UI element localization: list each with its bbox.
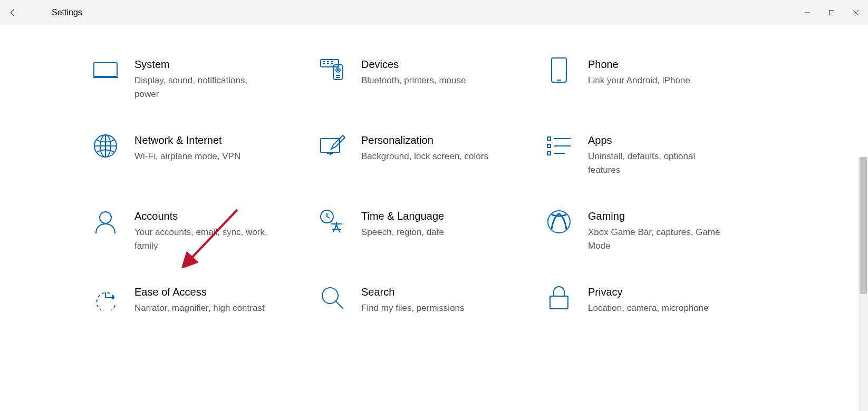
- tile-desc: Bluetooth, printers, mouse: [361, 74, 466, 87]
- tile-title: Apps: [588, 133, 725, 148]
- tile-desc: Link your Android, iPhone: [588, 74, 690, 87]
- tile-phone[interactable]: Phone Link your Android, iPhone: [546, 57, 773, 101]
- svg-rect-1: [94, 63, 117, 76]
- accounts-icon: [92, 209, 119, 235]
- tile-title: Gaming: [588, 209, 725, 223]
- tile-title: Devices: [361, 57, 466, 72]
- tile-accounts[interactable]: Accounts Your accounts, email, sync, wor…: [92, 209, 319, 253]
- minimize-button[interactable]: [795, 0, 819, 25]
- svg-rect-10: [547, 137, 551, 140]
- tile-devices[interactable]: Devices Bluetooth, printers, mouse: [319, 57, 546, 101]
- tile-title: Search: [361, 285, 465, 299]
- tile-title: System: [134, 57, 272, 72]
- tile-desc: Uninstall, defaults, optional features: [588, 150, 725, 177]
- minimize-icon: [804, 9, 811, 16]
- settings-tiles-grid: System Display, sound, notifications, po…: [0, 25, 868, 336]
- tile-desc: Wi-Fi, airplane mode, VPN: [134, 150, 240, 163]
- tile-network[interactable]: Network & Internet Wi-Fi, airplane mode,…: [92, 133, 319, 177]
- search-icon: [319, 285, 345, 311]
- tile-desc: Narrator, magnifier, high contrast: [134, 301, 265, 315]
- tile-personalization[interactable]: Personalization Background, lock screen,…: [319, 133, 546, 177]
- tile-desc: Display, sound, notifications, power: [134, 74, 272, 101]
- back-button[interactable]: [0, 0, 25, 25]
- tile-system[interactable]: System Display, sound, notifications, po…: [92, 57, 319, 101]
- tile-desc: Your accounts, email, sync, work, family: [134, 226, 272, 253]
- globe-icon: [92, 133, 119, 159]
- tile-privacy[interactable]: Privacy Location, camera, microphone: [546, 285, 773, 315]
- tile-desc: Location, camera, microphone: [588, 301, 709, 315]
- tile-ease-of-access[interactable]: Ease of Access Narrator, magnifier, high…: [92, 285, 319, 315]
- privacy-icon: [546, 285, 572, 311]
- devices-icon: [319, 57, 345, 83]
- svg-rect-17: [550, 296, 568, 309]
- titlebar: Settings: [0, 0, 868, 25]
- svg-rect-0: [830, 11, 834, 15]
- tile-title: Phone: [588, 57, 690, 72]
- tile-desc: Xbox Game Bar, captures, Game Mode: [588, 226, 725, 253]
- gaming-icon: [546, 209, 572, 235]
- window-title: Settings: [52, 8, 82, 17]
- tile-time-language[interactable]: Time & Language Speech, region, date: [319, 209, 546, 253]
- tile-apps[interactable]: Apps Uninstall, defaults, optional featu…: [546, 133, 773, 177]
- personalization-icon: [319, 133, 345, 159]
- maximize-icon: [828, 9, 835, 16]
- tile-desc: Speech, region, date: [361, 226, 444, 239]
- time-language-icon: [319, 209, 345, 235]
- settings-home: System Display, sound, notifications, po…: [0, 25, 868, 411]
- scrollbar-thumb[interactable]: [860, 157, 867, 294]
- tile-title: Privacy: [588, 285, 709, 299]
- tile-title: Ease of Access: [134, 285, 265, 299]
- vertical-scrollbar[interactable]: [859, 157, 868, 411]
- svg-point-13: [100, 212, 111, 223]
- arrow-left-icon: [8, 8, 17, 17]
- system-icon: [92, 57, 119, 83]
- svg-point-5: [337, 70, 339, 71]
- phone-icon: [546, 57, 572, 83]
- tile-title: Network & Internet: [134, 133, 240, 148]
- tile-title: Time & Language: [361, 209, 444, 223]
- maximize-button[interactable]: [819, 0, 844, 25]
- tile-gaming[interactable]: Gaming Xbox Game Bar, captures, Game Mod…: [546, 209, 773, 253]
- window-controls: [795, 0, 868, 25]
- svg-point-16: [322, 288, 338, 304]
- close-button[interactable]: [844, 0, 868, 25]
- apps-icon: [546, 133, 572, 159]
- close-icon: [853, 9, 859, 16]
- tile-desc: Find my files, permissions: [361, 301, 465, 315]
- svg-rect-12: [547, 152, 551, 155]
- tile-title: Personalization: [361, 133, 488, 148]
- tile-title: Accounts: [134, 209, 272, 223]
- svg-rect-6: [552, 58, 566, 82]
- tile-search[interactable]: Search Find my files, permissions: [319, 285, 546, 315]
- ease-of-access-icon: [92, 285, 119, 311]
- svg-rect-11: [547, 144, 551, 148]
- tile-desc: Background, lock screen, colors: [361, 150, 488, 163]
